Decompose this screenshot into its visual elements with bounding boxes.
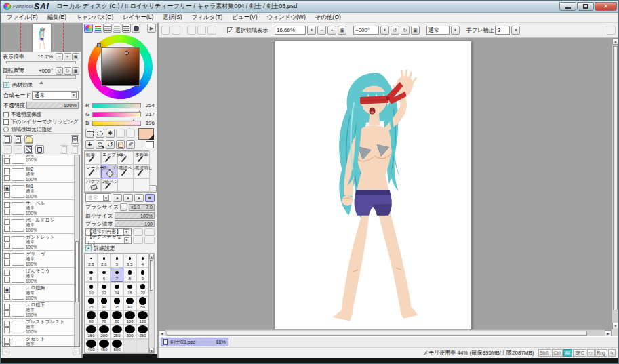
brush-size-cell[interactable]: 400 [85,339,98,353]
tool-cell-10[interactable]: 2値ペン [101,178,117,192]
layer-secondary-toggle[interactable] [4,192,10,198]
brush-size-cell[interactable]: 40 [123,296,136,310]
layer-secondary-toggle[interactable] [4,277,10,283]
brush-size-cell[interactable]: 2.6 [98,254,111,268]
tool-cell-1[interactable]: 鉛筆 [85,151,101,165]
sv-cursor[interactable] [125,51,129,55]
brush-size-cell[interactable]: 25 [85,296,98,310]
menu-item-7[interactable]: ウィンドウ(W) [262,13,311,22]
menu-item-5[interactable]: フィルタ(T) [187,13,228,22]
brush-size-cell[interactable]: 450 [98,339,111,353]
scrollbar-thumb[interactable] [150,260,153,291]
canvas-area[interactable]: ▲ ▼ ◀ ▶ [159,38,618,336]
canvas-horizontal-scrollbar[interactable]: ◀ ▶ [159,329,612,336]
rotate-canvas-tool[interactable]: ↺ [106,140,115,149]
layer-row[interactable]: ガンドレット通常100% [3,234,74,251]
layer-row[interactable]: 通常100% [3,155,74,166]
layer-visibility-toggle[interactable] [4,155,10,157]
scroll-up-button[interactable]: ▲ [149,254,154,259]
menu-item-8[interactable]: その他(O) [311,13,346,22]
move-tool[interactable]: + [85,140,94,149]
clipping-checkbox[interactable]: 下のレイヤーでクリッピング [1,118,81,125]
zoom-value-field[interactable]: 16.66% [275,26,306,35]
toolbar-extra-button-3[interactable] [187,26,196,35]
layer-extra-button-2[interactable] [71,145,79,154]
new-linework-layer-button[interactable] [14,135,22,144]
brush-texture-select[interactable]: 【テクスチャなし】 ▼ [85,237,132,244]
tool-cell-8[interactable]: 選択消し [134,165,150,178]
new-layer-button[interactable] [3,135,12,144]
angle-value-field[interactable]: +000° [353,26,379,35]
clear-layer-button[interactable] [24,145,33,154]
brush-size-cell[interactable]: 70 [98,310,111,325]
color-wheel-tab[interactable] [84,24,93,33]
brush-size-cell[interactable]: 9 [136,268,149,282]
layer-list-scroll-right-button[interactable]: ▶ [73,348,80,355]
brush-size-cell[interactable]: 3.5 [123,254,136,268]
scroll-down-button[interactable]: ▼ [149,348,154,353]
transfer-down-button[interactable]: ▼ [3,145,12,154]
zoom-in-button[interactable]: + [327,26,336,35]
scrollbar-thumb[interactable] [75,241,79,302]
angle-dropdown-button[interactable]: ▼ [380,26,389,35]
magic-wand-tool[interactable]: ✱ [106,129,115,138]
zoom-dropdown-button[interactable]: ▼ [307,26,316,35]
layer-row[interactable]: ポールドロン通常100% [3,217,74,234]
layer-secondary-toggle[interactable] [4,310,10,317]
layer-extra-button-1[interactable] [60,145,68,154]
minimize-button[interactable] [559,2,576,11]
brush-size-cell[interactable]: 100 [123,310,136,325]
menu-item-4[interactable]: 選択(S) [158,13,186,22]
select-extra-button-2[interactable] [126,129,135,138]
brush-size-cell[interactable]: 14 [111,282,123,296]
layer-secondary-toggle[interactable] [4,260,10,266]
brush-size-cell[interactable]: 6 [98,268,111,282]
rotate-cw-button[interactable]: ↻ [401,26,410,35]
mixer-tab[interactable] [113,24,121,33]
scrollbar-thumb[interactable] [167,331,587,336]
brush-tip-button-4[interactable]: ■ [145,194,155,202]
brush-size-cell[interactable]: 5 [85,268,98,282]
brush-size-cell[interactable]: 300 [123,325,136,339]
layer-row[interactable]: ◉頬1通常100% [3,183,74,200]
scrollbar-thumb[interactable] [613,46,618,310]
brush-tip-button-3[interactable]: ▲ [134,194,144,202]
layer-row[interactable]: タセット通常100% [3,336,74,347]
layer-row[interactable]: エロ鎧下通常100% [3,302,74,319]
tool-grid-scroll-button[interactable] [149,185,157,193]
brush-size-cell[interactable]: 3 [111,254,123,268]
toolbar-overflow-button[interactable] [607,26,616,35]
layer-row[interactable]: サーベル通常100% [3,200,74,217]
nav-zoom-out-button[interactable]: − [56,53,63,60]
slider-thumb[interactable] [17,65,21,70]
layer-secondary-toggle[interactable] [4,294,10,300]
tool-cell-2[interactable]: エアブラシ [101,151,117,165]
zoom-reset-button[interactable]: ▣ [338,26,346,35]
layer-visibility-toggle[interactable] [4,321,10,327]
layer-secondary-toggle[interactable] [4,344,10,348]
tool-cell-7[interactable]: 選択ペン [117,165,134,178]
slider-thumb[interactable] [39,79,43,84]
brush-size-cell[interactable]: 2.3 [85,254,98,268]
rect-select-tool[interactable] [85,129,94,138]
nav-rotate-ccw-button[interactable]: ↺ [56,67,63,75]
brush-size-cell[interactable]: 16 [123,282,136,296]
zoom-tool[interactable] [96,140,104,149]
brush-blend-select[interactable]: 通常 ▼ [85,193,111,202]
layer-row[interactable]: ◉エロ鎧胸通常100% [3,285,74,302]
toolbar-extra-button-2[interactable] [172,26,180,35]
layer-row[interactable]: 頬2通常100% [3,166,74,183]
brush-size-cell[interactable]: 200 [98,325,111,339]
brush-tip-button-2[interactable]: ▲ [123,194,133,202]
layer-visibility-toggle[interactable] [4,202,10,208]
tool-cell-9[interactable]: バケツ [85,178,101,192]
secondary-color-swatch[interactable] [146,141,154,148]
foreground-color-swatch[interactable] [138,128,154,140]
layer-visibility-toggle[interactable] [4,304,10,310]
hue-marker[interactable] [97,43,101,47]
eyedropper-tool[interactable]: ✎ [126,140,135,149]
hsv-slider-tab[interactable] [103,24,112,33]
layer-visibility-toggle[interactable] [4,168,10,174]
new-folder-button[interactable] [24,135,33,144]
blue-slider[interactable] [92,121,141,126]
